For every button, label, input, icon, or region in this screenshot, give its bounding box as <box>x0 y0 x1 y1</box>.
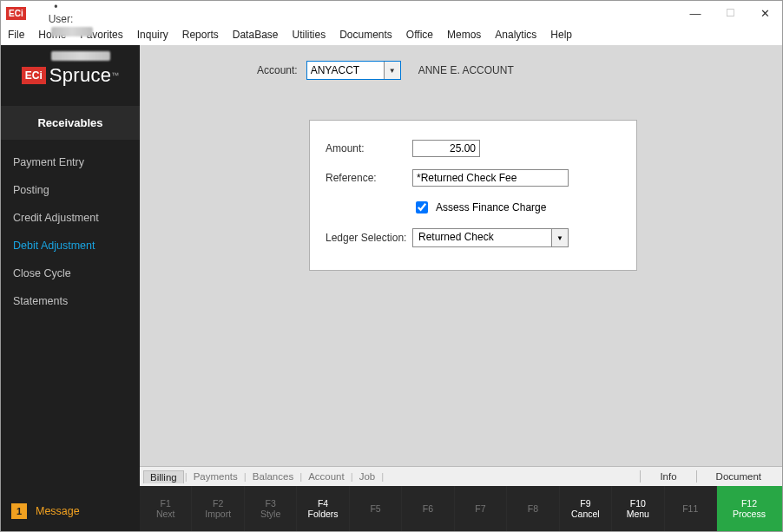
sidebar: ECi Spruce ™ Receivables Payment Entry P… <box>1 45 140 531</box>
maximize-button[interactable] <box>713 1 747 25</box>
fkey-f9[interactable]: F9Cancel <box>560 486 612 531</box>
fkey-f1[interactable]: F1Next <box>140 486 192 531</box>
amount-label: Amount: <box>326 142 412 154</box>
title-sep2: • <box>49 1 64 13</box>
account-row: Account: ▼ ANNE E. ACCOUNT <box>257 61 765 80</box>
menu-analytics[interactable]: Analytics <box>488 25 543 44</box>
fkey-f10[interactable]: F10Menu <box>612 486 664 531</box>
fkey-f4[interactable]: F4Folders <box>297 486 349 531</box>
tab-sep: | <box>380 471 385 482</box>
menu-office[interactable]: Office <box>399 25 440 44</box>
fkey-f8[interactable]: F8 <box>507 486 559 531</box>
menu-documents[interactable]: Documents <box>332 25 399 44</box>
fkey-f5[interactable]: F5 <box>350 486 402 531</box>
ledger-label: Ledger Selection: <box>326 232 412 244</box>
menubar: File Home Favorites Inquiry Reports Data… <box>1 25 782 45</box>
ledger-value: Returned Check <box>413 229 551 246</box>
sidebar-item-debit-adjustment[interactable]: Debit Adjustment <box>1 232 140 259</box>
tab-account[interactable]: Account <box>303 470 350 483</box>
account-combo[interactable]: ▼ <box>306 61 401 80</box>
assess-finance-row: Assess Finance Charge <box>412 199 621 216</box>
menu-utilities[interactable]: Utilities <box>285 25 332 44</box>
divider <box>640 470 641 483</box>
divider <box>696 470 697 483</box>
fkey-f12-process[interactable]: F12Process <box>717 486 782 531</box>
ledger-select[interactable]: Returned Check ▼ <box>412 228 569 247</box>
sidebar-item-close-cycle[interactable]: Close Cycle <box>1 259 140 287</box>
app-window: ECi Debit Adjustment • 1000 - ANY SUPPLY… <box>0 0 783 532</box>
eci-badge: ECi <box>6 7 26 20</box>
sidebar-links: Payment Entry Posting Credit Adjustment … <box>1 140 140 324</box>
reference-input[interactable] <box>412 169 569 187</box>
trademark-icon: ™ <box>111 71 119 80</box>
title-station-value <box>49 49 110 62</box>
menu-reports[interactable]: Reports <box>175 25 226 44</box>
titlebar: ECi Debit Adjustment • 1000 - ANY SUPPLY… <box>1 1 782 25</box>
account-dropdown-icon[interactable]: ▼ <box>384 62 400 79</box>
messages-label: Message <box>36 505 80 517</box>
amount-row: Amount: <box>326 140 621 157</box>
fkey-f7[interactable]: F7 <box>455 486 507 531</box>
document-button[interactable]: Document <box>699 471 779 482</box>
sidebar-item-credit-adjustment[interactable]: Credit Adjustment <box>1 204 140 232</box>
fkey-f3[interactable]: F3Style <box>245 486 297 531</box>
ledger-row: Ledger Selection: Returned Check ▼ <box>326 228 621 247</box>
sidebar-item-payment-entry[interactable]: Payment Entry <box>1 148 140 176</box>
tab-payments[interactable]: Payments <box>188 470 243 483</box>
tab-billing[interactable]: Billing <box>143 470 184 483</box>
reference-label: Reference: <box>326 172 412 184</box>
fkey-f11[interactable]: F11 <box>665 486 717 531</box>
reference-row: Reference: <box>326 169 621 187</box>
tab-job[interactable]: Job <box>354 470 381 483</box>
eci-badge-sidebar: ECi <box>22 67 46 84</box>
fkey-f6[interactable]: F6 <box>402 486 454 531</box>
menu-help[interactable]: Help <box>543 25 579 44</box>
amount-input[interactable] <box>412 140 480 157</box>
minimize-button[interactable] <box>678 1 713 25</box>
account-label: Account: <box>257 64 298 76</box>
account-input[interactable] <box>307 62 384 79</box>
fkey-bar: F1Next F2Import F3Style F4Folders F5 F6 … <box>140 486 782 531</box>
ledger-dropdown-icon[interactable]: ▼ <box>551 229 568 246</box>
title-company: 1000 - ANY SUPPLY CO. <box>49 0 166 1</box>
bottom-tabs: Billing | Payments | Balances | Account … <box>140 466 782 486</box>
assess-finance-checkbox[interactable] <box>416 201 428 213</box>
form-area: Account: ▼ ANNE E. ACCOUNT Amount: Refer… <box>140 45 782 466</box>
brand-name: Spruce <box>49 64 112 87</box>
info-button[interactable]: Info <box>642 471 694 482</box>
account-name: ANNE E. ACCOUNT <box>418 64 514 76</box>
messages-button[interactable]: 1 Message <box>1 491 140 531</box>
title-user-value <box>49 25 96 37</box>
sidebar-item-statements[interactable]: Statements <box>1 287 140 315</box>
menu-inquiry[interactable]: Inquiry <box>130 25 175 44</box>
body: ECi Spruce ™ Receivables Payment Entry P… <box>1 45 782 531</box>
menu-memos[interactable]: Memos <box>440 25 488 44</box>
menu-database[interactable]: DataBase <box>226 25 286 44</box>
assess-finance-label: Assess Finance Charge <box>436 201 546 213</box>
adjustment-panel: Amount: Reference: Assess Finance Charge… <box>309 120 637 271</box>
menu-file[interactable]: File <box>1 25 31 44</box>
title-user-label: User: <box>49 13 74 25</box>
sidebar-item-posting[interactable]: Posting <box>1 176 140 204</box>
tab-balances[interactable]: Balances <box>247 470 299 483</box>
main: Account: ▼ ANNE E. ACCOUNT Amount: Refer… <box>140 45 782 531</box>
fkey-f2[interactable]: F2Import <box>192 486 244 531</box>
messages-count: 1 <box>11 503 27 519</box>
sidebar-section: Receivables <box>1 106 140 140</box>
close-button[interactable] <box>747 1 782 25</box>
